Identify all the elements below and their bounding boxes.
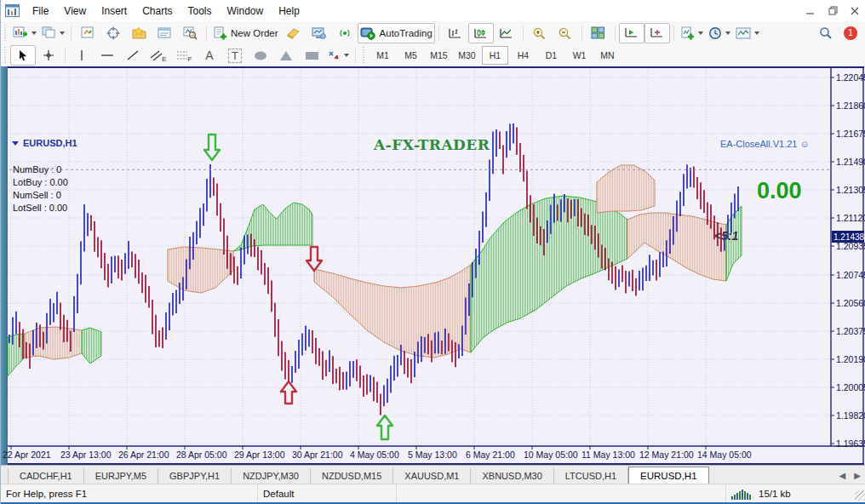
- equidistant-channel-tool-button[interactable]: E: [146, 45, 171, 66]
- menu-charts[interactable]: Charts: [135, 3, 180, 20]
- price-axis-label: 1.22045: [836, 72, 865, 83]
- tab-cadchf-h1[interactable]: CADCHF,H1: [8, 468, 84, 484]
- toolbar-separator: [355, 48, 356, 63]
- zoom-in-button[interactable]: [527, 23, 553, 43]
- menu-view[interactable]: View: [56, 3, 94, 20]
- notification-badge[interactable]: 1: [844, 26, 857, 40]
- toolbar-grip[interactable]: [3, 25, 8, 42]
- timeframe-m1[interactable]: M1: [369, 46, 396, 65]
- tab-scroll-right-icon[interactable]: ▶: [854, 471, 861, 480]
- tab-scroll-left-icon[interactable]: ◀: [839, 471, 846, 480]
- menu-insert[interactable]: Insert: [94, 3, 135, 20]
- new-chart-button[interactable]: [10, 23, 39, 43]
- toolbar-grip[interactable]: [361, 47, 366, 64]
- price-axis-label: 1.21120: [836, 213, 865, 223]
- navigator-button[interactable]: [126, 23, 152, 43]
- tab-xbnusd-m30[interactable]: XBNUSD,M30: [471, 468, 553, 484]
- dropdown-caret: [698, 32, 703, 35]
- triangle-tool-button[interactable]: [273, 45, 299, 66]
- ea-smiley-icon[interactable]: ☺: [800, 139, 810, 149]
- tab-nzdjpy-m30[interactable]: NZDJPY,M30: [232, 468, 311, 484]
- minimize-button[interactable]: [799, 0, 822, 21]
- market-watch-button[interactable]: [75, 23, 100, 43]
- tab-eurusd-h1[interactable]: EURUSD,H1: [628, 467, 708, 484]
- menu-tools[interactable]: Tools: [180, 3, 220, 20]
- autotrading-button[interactable]: AutoTrading: [358, 23, 435, 43]
- tab-xauusd-m1[interactable]: XAUUSD,M1: [393, 468, 471, 484]
- data-window-button[interactable]: [100, 23, 126, 43]
- tab-gbpjpy-h1[interactable]: GBPJPY,H1: [158, 468, 232, 484]
- toolbar-separator: [65, 48, 66, 63]
- timeframe-h1[interactable]: H1: [482, 46, 508, 65]
- tab-scroll-arrows: ◀ ▶: [839, 466, 861, 484]
- timeframe-d1[interactable]: D1: [538, 46, 564, 65]
- chart-window[interactable]: 1.220451.218601.216751.214901.213051.211…: [1, 66, 865, 465]
- restore-button[interactable]: [822, 0, 844, 21]
- price-axis-label: 1.21860: [836, 100, 865, 111]
- connection-bars-icon: [731, 489, 753, 500]
- zoom-out-button[interactable]: [553, 23, 578, 43]
- symbol-text: EURUSD,H1: [23, 138, 77, 148]
- text-letter: A: [205, 49, 213, 62]
- vertical-line-tool-button[interactable]: [69, 45, 95, 66]
- signals-button[interactable]: [332, 23, 358, 43]
- periods-button[interactable]: [706, 23, 733, 43]
- profit-display: 0.00: [757, 178, 802, 204]
- auto-scroll-button[interactable]: [619, 23, 644, 43]
- indicators-button[interactable]: [678, 23, 706, 43]
- templates-button[interactable]: [733, 23, 762, 43]
- ea-info-lines: NumBuy : 0LotBuy : 0.00NumSell : 0LotSel…: [13, 163, 68, 215]
- toolbar-separator: [206, 26, 207, 41]
- profiles-button[interactable]: [39, 23, 67, 43]
- tab-eurjpy-m5[interactable]: EURJPY,M5: [84, 468, 158, 484]
- ratio-note: <5:1: [714, 229, 738, 243]
- connection-speed-text: 15/1 kb: [759, 489, 791, 499]
- time-axis-label: 4 May 05:00: [350, 450, 399, 460]
- trendline-tool-button[interactable]: [120, 45, 146, 66]
- menu-window[interactable]: Window: [220, 3, 272, 20]
- dropdown-caret: [344, 54, 349, 57]
- terminal-button[interactable]: [152, 23, 177, 43]
- fibonacci-tool-button[interactable]: F: [171, 45, 197, 66]
- timeframe-h4[interactable]: H4: [510, 46, 536, 65]
- timeframe-m30[interactable]: M30: [454, 46, 480, 65]
- timeframe-m15[interactable]: M15: [426, 46, 452, 65]
- close-button[interactable]: [844, 0, 865, 21]
- timeframe-mn[interactable]: MN: [594, 46, 621, 65]
- candlestick-type-button[interactable]: [468, 23, 494, 43]
- tab-ltcusd-h1[interactable]: LTCUSD,H1: [554, 468, 628, 484]
- status-profile-selector[interactable]: Default: [258, 484, 397, 503]
- time-axis-label: 14 May 05:00: [697, 450, 752, 460]
- toolbar-grip[interactable]: [3, 47, 8, 64]
- text-label-tool-button[interactable]: T: [222, 45, 248, 66]
- rectangle-tool-button[interactable]: [299, 45, 324, 66]
- timeframe-m5[interactable]: M5: [398, 46, 424, 65]
- strategy-tester-button[interactable]: [177, 23, 203, 43]
- chart-publish-button[interactable]: [306, 23, 332, 43]
- timeframe-w1[interactable]: W1: [566, 46, 593, 65]
- dropdown-caret: [60, 32, 65, 35]
- ea-info-line: LotSell : 0.00: [13, 202, 68, 215]
- status-bar: For Help, press F1 Default 15/1 kb: [1, 484, 865, 503]
- tab-nzdusd-m15[interactable]: NZDUSD,M15: [311, 468, 393, 484]
- status-blank-field: [397, 484, 726, 503]
- line-chart-type-button[interactable]: [494, 23, 519, 43]
- crosshair-tool-button[interactable]: [36, 45, 61, 66]
- menu-file[interactable]: File: [25, 3, 56, 20]
- horizontal-line-tool-button[interactable]: [95, 45, 120, 66]
- tile-windows-button[interactable]: [586, 23, 611, 43]
- bar-chart-type-button[interactable]: [443, 23, 468, 43]
- menu-help[interactable]: Help: [271, 3, 307, 20]
- ellipse-tool-button[interactable]: [248, 45, 273, 66]
- new-order-button[interactable]: New Order: [210, 23, 281, 43]
- search-icon[interactable]: [813, 23, 839, 43]
- chart-shift-button[interactable]: [644, 23, 670, 43]
- arrows-tool-button[interactable]: [324, 45, 352, 66]
- cursor-tool-button[interactable]: [10, 45, 36, 66]
- chart-canvas[interactable]: 1.220451.218601.216751.214901.213051.211…: [1, 66, 865, 465]
- price-axis-label: 1.20560: [836, 298, 865, 308]
- text-tool-button[interactable]: A: [197, 45, 222, 66]
- metaeditor-button[interactable]: [281, 23, 306, 43]
- time-axis-label: 11 May 13:00: [581, 450, 635, 460]
- window-resize-grip[interactable]: [855, 490, 865, 501]
